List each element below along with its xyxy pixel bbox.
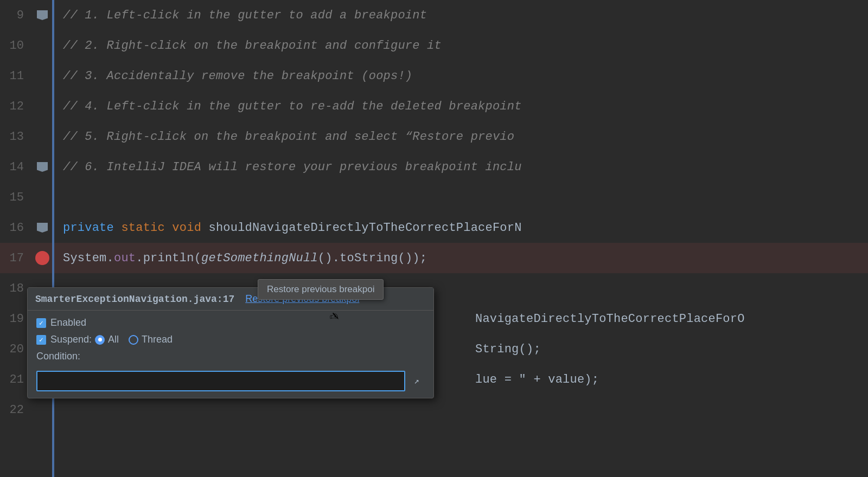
code-line-13: 13 // 5. Right-click on the breakpoint a… (0, 121, 868, 152)
out-field-17: out (114, 252, 136, 265)
bookmark-icon-14 (37, 162, 48, 172)
keyword-void-16: void (172, 221, 208, 235)
method-italic-17: getSomethingNull (201, 252, 318, 265)
line-content-10: // 2. Right-click on the breakpoint and … (52, 39, 868, 53)
breakpoint-popup: SmarterExceptionNavigation.java:17 Resto… (27, 287, 434, 398)
all-radio-label: All (108, 334, 119, 345)
code-line-17: 17 System.out.println(getSomethingNull()… (0, 243, 868, 273)
gutter-14[interactable] (33, 162, 52, 172)
popup-body: Enabled Suspend: All Thread (28, 311, 433, 398)
comment-13: // 5. Right-click on the breakpoint and … (63, 130, 514, 144)
tostring-17: ().toString()); (318, 252, 427, 265)
code-line-22: 22 (0, 395, 868, 425)
gutter-16[interactable] (33, 223, 52, 233)
system-call-17: System. (63, 252, 114, 265)
comment-9: // 1. Left-click in the gutter to add a … (63, 9, 427, 22)
suspend-row: Suspend: All Thread (36, 334, 425, 345)
expand-button[interactable]: ↗ (409, 373, 425, 389)
line-number-13: 13 (0, 130, 33, 144)
all-radio-button[interactable] (95, 335, 105, 345)
line-number-9: 9 (0, 9, 33, 22)
code-line-16: 16 private static void shouldNavigateDir… (0, 212, 868, 243)
suspend-checkbox-container: Suspend: (36, 334, 92, 345)
tooltip-text: Restore previous breakpoi (267, 284, 374, 294)
enabled-checkbox-container: Enabled (36, 317, 86, 328)
thread-radio-option[interactable]: Thread (129, 334, 173, 345)
editor-area: 9 // 1. Left-click in the gutter to add … (0, 0, 868, 477)
comment-10: // 2. Right-click on the breakpoint and … (63, 39, 442, 53)
comment-12: // 4. Left-click in the gutter to re-add… (63, 100, 522, 113)
code-line-9: 9 // 1. Left-click in the gutter to add … (0, 0, 868, 30)
condition-row: Condition: (36, 351, 425, 365)
method-name-16: shouldNavigateDirectlyToTheCorrectPlaceF… (208, 221, 521, 235)
suspend-label: Suspend: (50, 334, 92, 345)
line-content-11: // 3. Accidentally remove the breakpoint… (52, 69, 868, 83)
line-number-22: 22 (0, 403, 33, 417)
line-content-14: // 6. IntelliJ IDEA will restore your pr… (52, 160, 868, 174)
line-number-10: 10 (0, 39, 33, 53)
line-content-9: // 1. Left-click in the gutter to add a … (52, 9, 868, 22)
text-21: lue = " + value); (475, 373, 599, 386)
keyword-private-16: private (63, 221, 121, 235)
code-line-10: 10 // 2. Right-click on the breakpoint a… (0, 30, 868, 61)
line-content-17: System.out.println(getSomethingNull().to… (52, 252, 868, 265)
code-line-14: 14 // 6. IntelliJ IDEA will restore your… (0, 152, 868, 182)
condition-input-row: ↗ (36, 371, 425, 391)
println-17: .println( (136, 252, 201, 265)
comment-14: // 6. IntelliJ IDEA will restore your pr… (63, 160, 522, 174)
line-content-12: // 4. Left-click in the gutter to re-add… (52, 100, 868, 113)
text-19: NavigateDirectlyToTheCorrectPlaceForO (475, 312, 745, 326)
code-line-12: 12 // 4. Left-click in the gutter to re-… (0, 91, 868, 121)
line-number-14: 14 (0, 160, 33, 174)
left-gutter-bar (52, 0, 54, 477)
code-line-11: 11 // 3. Accidentally remove the breakpo… (0, 61, 868, 91)
breakpoint-icon-17 (35, 251, 49, 265)
keyword-static-16: static (121, 221, 172, 235)
gutter-9[interactable] (33, 10, 52, 20)
suspend-radio-group: All Thread (95, 334, 173, 345)
code-line-15: 15 (0, 182, 868, 212)
gutter-17[interactable] (33, 251, 52, 265)
condition-input[interactable] (36, 371, 405, 391)
suspend-checkbox[interactable] (36, 335, 46, 345)
tooltip-popup: Restore previous breakpoi (258, 279, 384, 300)
bookmark-icon-16 (37, 223, 48, 233)
text-20: String(); (475, 343, 541, 356)
bookmark-icon-9 (37, 10, 48, 20)
line-number-11: 11 (0, 69, 33, 83)
enabled-checkbox[interactable] (36, 318, 46, 328)
line-content-16: private static void shouldNavigateDirect… (52, 221, 868, 235)
comment-11: // 3. Accidentally remove the breakpoint… (63, 69, 412, 83)
condition-label: Condition: (36, 351, 80, 362)
all-radio-option[interactable]: All (95, 334, 119, 345)
popup-title: SmarterExceptionNavigation.java:17 (35, 294, 234, 305)
line-content-13: // 5. Right-click on the breakpoint and … (52, 130, 868, 144)
line-number-16: 16 (0, 221, 33, 235)
thread-radio-button[interactable] (129, 335, 138, 345)
line-number-15: 15 (0, 191, 33, 204)
thread-radio-label: Thread (142, 334, 173, 345)
line-number-17: 17 (0, 252, 33, 265)
line-number-12: 12 (0, 100, 33, 113)
enabled-row: Enabled (36, 317, 425, 328)
enabled-label: Enabled (50, 317, 86, 328)
